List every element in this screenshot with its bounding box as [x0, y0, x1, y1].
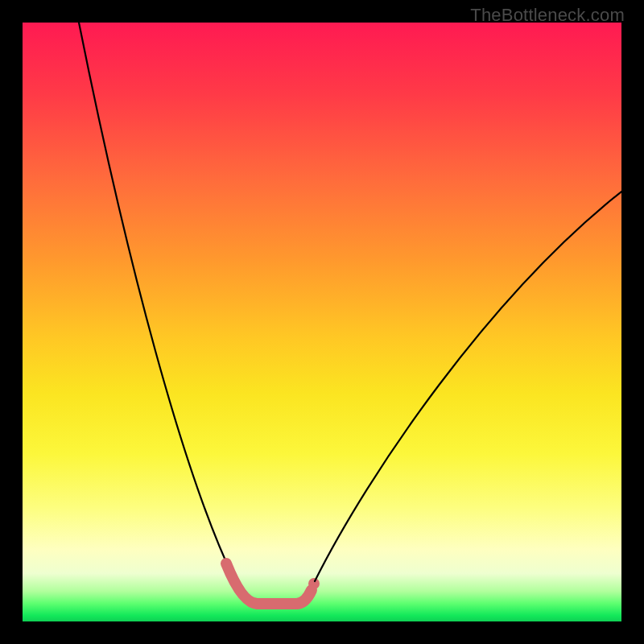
series-right-curve — [315, 192, 621, 581]
chart-svg — [23, 23, 621, 621]
series-right-curve-thick — [296, 590, 312, 604]
chart-area — [23, 23, 621, 621]
series-left-curve — [79, 23, 258, 604]
series-left-curve-thick — [226, 564, 258, 604]
